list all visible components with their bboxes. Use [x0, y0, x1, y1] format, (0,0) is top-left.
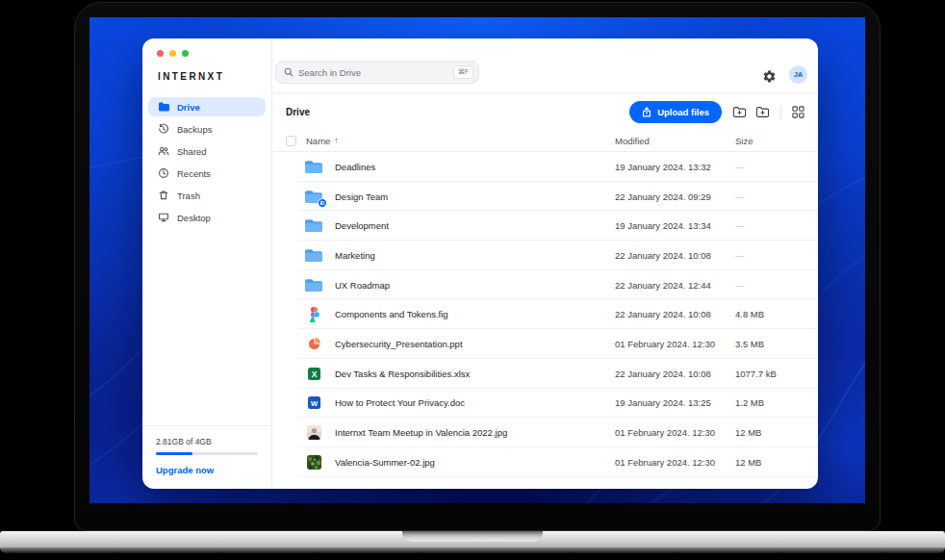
file-size: —	[735, 191, 803, 202]
folder-icon	[304, 160, 323, 174]
file-size: 1.2 MB	[735, 397, 803, 408]
file-size: —	[735, 220, 803, 231]
sidebar: INTERNXT Drive Backups Shared Recents Tr…	[142, 38, 272, 489]
file-modified: 22 January 2024. 10:08	[615, 369, 735, 379]
minimize-window-button[interactable]	[169, 50, 176, 57]
file-size: 4.8 MB	[735, 309, 803, 319]
trash-icon	[158, 190, 169, 201]
upload-files-button[interactable]: Upload files	[629, 101, 722, 123]
topbar: ⌘F JA	[272, 38, 818, 93]
zoom-window-button[interactable]	[182, 50, 189, 57]
table-row[interactable]: Internxt Team Meetup in Valencia 2022.jp…	[272, 418, 818, 447]
storage-progress-track	[156, 452, 258, 455]
file-size: 12 MB	[735, 427, 803, 438]
recents-icon	[158, 167, 169, 179]
table-row[interactable]: W How to Protect Your Privacy.doc 19 Jan…	[272, 389, 818, 419]
photo-person-icon	[304, 425, 323, 440]
file-name: How to Protect Your Privacy.doc	[335, 397, 615, 408]
table-row[interactable]: Development 19 January 2024. 13:34 —	[272, 211, 818, 241]
powerpoint-icon	[304, 338, 323, 350]
photo-nature-icon	[304, 455, 323, 470]
file-size: —	[735, 250, 803, 261]
select-all-checkbox[interactable]	[286, 136, 296, 146]
sidebar-item-desktop[interactable]: Desktop	[148, 208, 266, 227]
column-header-name[interactable]: Name ↑	[306, 136, 615, 146]
sidebar-item-label: Shared	[177, 146, 207, 157]
storage-progress-fill	[156, 452, 192, 455]
sidebar-item-label: Trash	[177, 191, 200, 201]
main-panel: ⌘F JA Drive	[272, 38, 818, 489]
file-list: Deadlines 19 January 2024. 13:32 — Desig…	[272, 152, 818, 489]
folder-icon	[304, 248, 323, 263]
settings-button[interactable]	[762, 69, 777, 84]
gear-icon	[762, 69, 777, 84]
column-header-size[interactable]: Size	[735, 136, 803, 146]
word-icon: W	[304, 396, 323, 409]
file-modified: 01 February 2024. 12:30	[615, 457, 735, 468]
app-window: INTERNXT Drive Backups Shared Recents Tr…	[142, 38, 818, 489]
storage-usage-text: 2.81GB of 4GB	[156, 437, 258, 446]
table-row[interactable]: Components and Tokens.fig 22 January 202…	[272, 299, 818, 329]
avatar[interactable]: JA	[789, 65, 807, 84]
grid-view-button[interactable]	[792, 106, 805, 118]
table-row[interactable]: Marketing 22 January 2024. 10:08 —	[272, 241, 818, 270]
sidebar-item-shared[interactable]: Shared	[148, 141, 266, 161]
sidebar-item-recents[interactable]: Recents	[148, 164, 266, 183]
sidebar-item-label: Recents	[177, 168, 211, 179]
file-modified: 22 January 2024. 09:29	[615, 191, 735, 202]
create-folder-button[interactable]	[755, 106, 770, 118]
search-input[interactable]	[298, 67, 448, 78]
close-window-button[interactable]	[157, 50, 164, 57]
file-modified: 19 January 2024. 13:32	[615, 162, 735, 172]
breadcrumb: Drive	[286, 107, 310, 117]
upgrade-link[interactable]: Upgrade now	[156, 465, 258, 475]
table-row[interactable]: Design Team 22 January 2024. 09:29 —	[272, 182, 818, 212]
excel-icon: X	[304, 368, 323, 380]
window-controls	[142, 38, 271, 57]
internxt-logo: INTERNXT	[158, 71, 271, 82]
file-modified: 22 January 2024. 10:08	[615, 250, 735, 261]
file-modified: 22 January 2024. 10:08	[615, 309, 735, 319]
file-modified: 01 February 2024. 12:30	[615, 427, 735, 438]
sidebar-item-drive[interactable]: Drive	[148, 97, 266, 116]
laptop-mockup: INTERNXT Drive Backups Shared Recents Tr…	[0, 0, 945, 560]
create-folder-icon	[755, 106, 770, 118]
upload-icon	[642, 107, 651, 117]
laptop-base-edge	[0, 547, 945, 553]
storage-section: 2.81GB of 4GB Upgrade now	[142, 425, 271, 489]
file-name: Design Team	[335, 191, 615, 202]
desktop-icon	[158, 212, 169, 223]
shared-icon	[158, 145, 169, 157]
file-name: Components and Tokens.fig	[335, 309, 615, 319]
file-name: Internxt Team Meetup in Valencia 2022.jp…	[335, 427, 615, 438]
folder-icon	[304, 190, 323, 204]
file-name: Development	[335, 220, 615, 231]
table-row[interactable]: Deadlines 19 January 2024. 13:32 —	[272, 152, 818, 182]
grid-view-icon	[792, 106, 805, 118]
shared-folder-badge	[318, 198, 327, 208]
drive-folder-icon	[158, 101, 169, 113]
file-name: Cybersecurity_Presentation.ppt	[335, 339, 615, 349]
file-size: —	[735, 162, 803, 172]
svg-text:X: X	[311, 369, 317, 378]
file-name: Marketing	[335, 250, 615, 261]
sidebar-item-backups[interactable]: Backups	[148, 119, 266, 139]
column-header-modified[interactable]: Modified	[615, 136, 735, 146]
sort-ascending-icon: ↑	[334, 136, 338, 145]
laptop-base-notch	[402, 531, 543, 542]
search-icon	[284, 67, 294, 77]
sidebar-nav: Drive Backups Shared Recents Trash Deskt…	[148, 97, 266, 227]
table-row[interactable]: Valencia-Summer-02.jpg 01 February 2024.…	[272, 447, 818, 477]
backups-icon	[158, 123, 169, 135]
search-box: ⌘F	[275, 61, 479, 84]
file-size: 12 MB	[735, 457, 803, 468]
upload-folder-button[interactable]	[732, 106, 747, 118]
sidebar-item-trash[interactable]: Trash	[148, 186, 266, 205]
folder-icon	[304, 218, 323, 233]
laptop-screen: INTERNXT Drive Backups Shared Recents Tr…	[89, 17, 865, 503]
file-modified: 01 February 2024. 12:30	[615, 339, 735, 349]
table-row[interactable]: X Dev Tasks & Responsibilities.xlsx 22 J…	[272, 359, 818, 389]
table-row[interactable]: Cybersecurity_Presentation.ppt 01 Februa…	[272, 329, 818, 359]
sidebar-item-label: Drive	[177, 102, 200, 113]
table-row[interactable]: UX Roadmap 22 January 2024. 12:44 —	[272, 270, 818, 300]
